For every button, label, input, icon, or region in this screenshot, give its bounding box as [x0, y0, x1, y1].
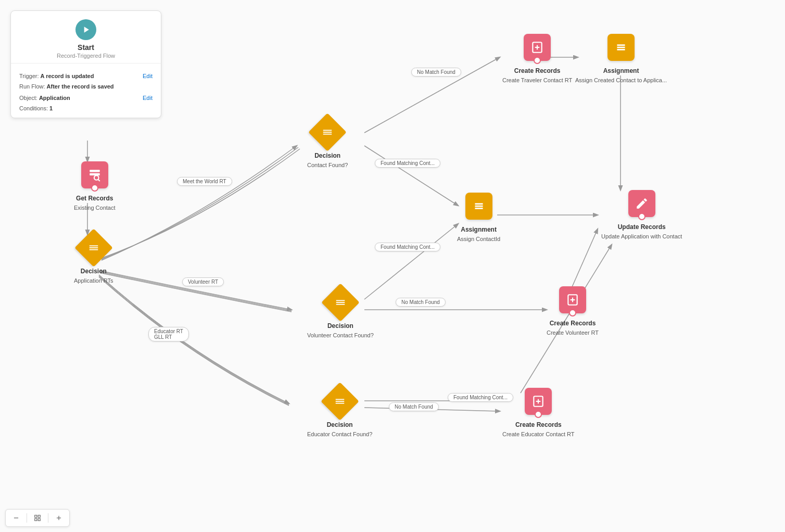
- found-matching-cont-2-label: Found Matching Cont...: [375, 243, 440, 251]
- create-educator-node[interactable]: Create Records Create Educator Contact R…: [502, 388, 575, 438]
- decision-educator-label: Decision: [327, 421, 353, 429]
- svg-rect-14: [90, 173, 100, 175]
- decision-educator-icon: [321, 382, 359, 421]
- trigger-row: Trigger: A record is updated Edit: [19, 73, 153, 79]
- update-application-label: Update Records: [618, 223, 666, 232]
- run-flow-row: Run Flow: After the record is saved: [19, 83, 153, 90]
- svg-point-15: [94, 175, 99, 180]
- assignment-contactid-sublabel: Assign ContactId: [457, 235, 500, 243]
- decision-contact-found-sublabel: Contact Found?: [307, 161, 348, 169]
- no-match-found-1-label: No Match Found: [411, 68, 461, 77]
- start-icon: [75, 19, 96, 40]
- svg-rect-50: [58, 516, 59, 520]
- start-card-header: Start Record-Triggered Flow: [11, 11, 161, 64]
- object-label: Object: Application: [19, 95, 70, 101]
- decision-educator-sublabel: Educator Contact Found?: [307, 430, 372, 438]
- update-application-node[interactable]: Update Records Update Application with C…: [601, 190, 682, 240]
- svg-line-9: [570, 229, 598, 292]
- flow-canvas: Start Record-Triggered Flow Trigger: A r…: [0, 0, 785, 532]
- conditions-row: Conditions: 1: [19, 105, 153, 111]
- object-edit-link[interactable]: Edit: [143, 95, 153, 101]
- zoom-toolbar: [5, 509, 70, 527]
- svg-rect-48: [38, 518, 40, 521]
- decision-app-rts-label: Decision: [81, 268, 107, 276]
- create-traveler-icon: [524, 34, 551, 61]
- decision-educator-node[interactable]: Decision Educator Contact Found?: [307, 388, 372, 438]
- decision-contact-found-label: Decision: [314, 152, 340, 160]
- assignment-assign-contact-label: Assignment: [603, 67, 639, 75]
- decision-app-rts-sublabel: Application RTs: [74, 277, 113, 284]
- svg-rect-47: [35, 518, 37, 521]
- decision-volunteer-sublabel: Volunteer Contact Found?: [307, 332, 374, 339]
- found-matching-cont-1-label: Found Matching Cont...: [375, 159, 440, 168]
- svg-rect-13: [90, 170, 100, 172]
- update-application-icon: [628, 190, 655, 217]
- assignment-assign-contact-sublabel: Assign Created Contact to Applica...: [575, 77, 667, 84]
- get-records-label: Get Records: [76, 195, 113, 203]
- decision-volunteer-icon: [321, 283, 360, 322]
- assignment-assign-contact-node[interactable]: Assignment Assign Created Contact to App…: [575, 34, 667, 84]
- start-title: Start: [78, 43, 94, 52]
- trigger-label: Trigger: A record is updated: [19, 73, 94, 79]
- assignment-contactid-node[interactable]: Assignment Assign ContactId: [457, 193, 500, 243]
- assignment-assign-contact-icon: [607, 34, 635, 61]
- create-volunteer-sublabel: Create Volunteer RT: [547, 329, 599, 336]
- zoom-fit-button[interactable]: [31, 512, 44, 524]
- decision-app-rts-node[interactable]: Decision Application RTs: [74, 234, 113, 284]
- zoom-in-button[interactable]: [53, 512, 65, 524]
- create-educator-label: Create Records: [515, 421, 562, 429]
- toolbar-divider-2: [48, 513, 48, 523]
- get-records-icon: [81, 161, 108, 188]
- no-match-found-2-label: No Match Found: [396, 298, 446, 307]
- create-volunteer-icon: [559, 286, 586, 313]
- start-card: Start Record-Triggered Flow Trigger: A r…: [10, 10, 161, 118]
- found-matching-cont-3-label: Found Matching Cont...: [448, 393, 513, 402]
- decision-volunteer-node[interactable]: Decision Volunteer Contact Found?: [307, 289, 374, 339]
- assignment-contactid-label: Assignment: [461, 226, 497, 234]
- svg-rect-44: [14, 517, 18, 518]
- decision-contact-found-icon: [308, 113, 347, 151]
- create-traveler-sublabel: Create Traveler Contact RT: [502, 77, 572, 84]
- decision-app-rts-icon: [74, 229, 113, 267]
- get-records-node[interactable]: Get Records Existing Contact: [74, 161, 115, 211]
- volunteer-rt-label: Volunteer RT: [182, 277, 224, 286]
- create-educator-sublabel: Create Educator Contact RT: [502, 430, 575, 438]
- start-card-body: Trigger: A record is updated Edit Run Fl…: [11, 64, 161, 111]
- create-educator-icon: [525, 388, 552, 415]
- decision-volunteer-label: Decision: [327, 322, 353, 331]
- create-volunteer-node[interactable]: Create Records Create Volunteer RT: [547, 286, 599, 336]
- create-volunteer-label: Create Records: [550, 320, 596, 328]
- svg-rect-45: [35, 515, 37, 517]
- trigger-edit-link[interactable]: Edit: [143, 73, 153, 79]
- create-traveler-node[interactable]: Create Records Create Traveler Contact R…: [502, 34, 572, 84]
- start-subtitle: Record-Triggered Flow: [57, 53, 115, 59]
- no-match-found-3-label: No Match Found: [389, 402, 439, 411]
- object-row: Object: Application Edit: [19, 95, 153, 101]
- svg-rect-46: [38, 515, 40, 517]
- create-traveler-label: Create Records: [514, 67, 561, 75]
- decision-contact-found-node[interactable]: Decision Contact Found?: [307, 119, 348, 169]
- update-application-sublabel: Update Application with Contact: [601, 233, 682, 240]
- svg-line-16: [98, 180, 99, 181]
- meet-world-rt-label: Meet the World RT: [177, 177, 232, 186]
- zoom-out-button[interactable]: [10, 512, 22, 524]
- get-records-sublabel: Existing Contact: [74, 204, 115, 211]
- toolbar-divider: [27, 513, 27, 523]
- svg-line-3: [364, 146, 458, 206]
- assignment-contactid-icon: [465, 193, 492, 220]
- educator-rt-label: Educator RTGLL RT: [148, 327, 189, 341]
- svg-line-8: [364, 224, 458, 299]
